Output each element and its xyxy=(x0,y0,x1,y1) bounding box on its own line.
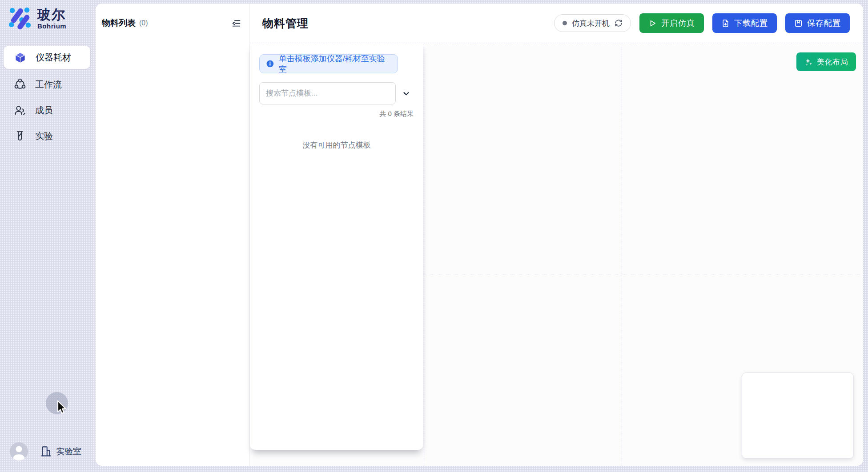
page-title: 物料管理 xyxy=(262,16,309,31)
materials-panel-title: 物料列表 xyxy=(102,17,136,29)
sidebar-item-label: 成员 xyxy=(35,104,53,116)
simulation-status-text: 仿真未开机 xyxy=(572,18,610,28)
main-header: 物料管理 仿真未开机 开启仿真 xyxy=(250,4,863,43)
bohrium-logo-icon xyxy=(8,5,34,31)
materials-list-panel: 物料列表 (0) xyxy=(96,4,250,466)
sidebar-item-label: 仪器耗材 xyxy=(36,52,71,64)
materials-count: (0) xyxy=(139,19,148,27)
sidebar-item-experiments[interactable]: 实验 xyxy=(4,126,90,146)
refresh-icon[interactable] xyxy=(615,19,623,27)
beautify-layout-button[interactable]: 美化布局 xyxy=(796,52,856,71)
save-config-button[interactable]: 保存配置 xyxy=(785,13,850,33)
beautify-layout-label: 美化布局 xyxy=(817,57,848,67)
simulation-status-pill[interactable]: 仿真未开机 xyxy=(554,14,631,32)
user-avatar[interactable] xyxy=(10,442,28,460)
canvas-minimap[interactable] xyxy=(742,372,854,459)
sparkles-icon xyxy=(804,58,813,66)
collapse-panel-button[interactable] xyxy=(230,17,242,29)
results-count: 共 0 条结果 xyxy=(379,110,414,118)
menu-fold-icon xyxy=(232,19,241,28)
mouse-cursor xyxy=(54,399,69,417)
status-dot-icon xyxy=(563,21,567,25)
play-icon xyxy=(648,19,657,28)
template-hint-banner: 单击模板添加仪器/耗材至实验室 xyxy=(259,54,398,73)
person-icon xyxy=(10,442,28,460)
lab-label: 实验室 xyxy=(56,446,81,457)
workflow-icon xyxy=(14,79,26,90)
template-search-input[interactable] xyxy=(259,82,396,104)
canvas-gridline xyxy=(622,43,622,466)
main-area: 物料管理 仿真未开机 开启仿真 xyxy=(250,4,863,466)
building-icon xyxy=(40,445,52,457)
sidebar-item-workflow[interactable]: 工作流 xyxy=(4,74,90,95)
empty-templates-text: 没有可用的节点模板 xyxy=(250,140,423,150)
users-icon xyxy=(14,104,26,116)
file-download-icon xyxy=(721,19,730,28)
canvas-gridline xyxy=(424,43,424,466)
flow-canvas[interactable]: 单击模板添加仪器/耗材至实验室 共 0 条结果 没有可用的节点模板 xyxy=(250,43,863,466)
brand-logo[interactable]: 玻尔 Bohrium xyxy=(8,5,66,31)
info-icon xyxy=(266,60,274,68)
brand-subtitle: Bohrium xyxy=(37,22,66,30)
start-simulation-button[interactable]: 开启仿真 xyxy=(639,13,704,33)
sidebar-item-label: 实验 xyxy=(35,130,53,142)
sidebar-item-label: 工作流 xyxy=(35,79,62,91)
test-tube-icon xyxy=(14,130,26,142)
sidebar-nav: 仪器耗材 工作流 成员 xyxy=(4,46,90,152)
template-hint-text: 单击模板添加仪器/耗材至实验室 xyxy=(279,53,391,75)
node-template-panel: 单击模板添加仪器/耗材至实验室 共 0 条结果 没有可用的节点模板 xyxy=(250,43,423,450)
sidebar-item-members[interactable]: 成员 xyxy=(4,100,90,120)
download-config-label: 下载配置 xyxy=(734,18,768,28)
save-config-label: 保存配置 xyxy=(807,18,841,28)
start-simulation-label: 开启仿真 xyxy=(661,18,695,28)
sidebar-item-instruments[interactable]: 仪器耗材 xyxy=(4,46,90,69)
brand-name: 玻尔 xyxy=(37,7,66,22)
save-icon xyxy=(794,19,803,28)
lab-entry[interactable]: 实验室 xyxy=(40,445,81,457)
app-card: 物料列表 (0) 物料管理 仿真未开机 xyxy=(96,4,863,466)
download-config-button[interactable]: 下载配置 xyxy=(712,13,777,33)
chevron-down-icon[interactable] xyxy=(402,90,410,97)
cube-icon xyxy=(14,52,26,64)
materials-panel-header: 物料列表 (0) xyxy=(96,4,249,29)
